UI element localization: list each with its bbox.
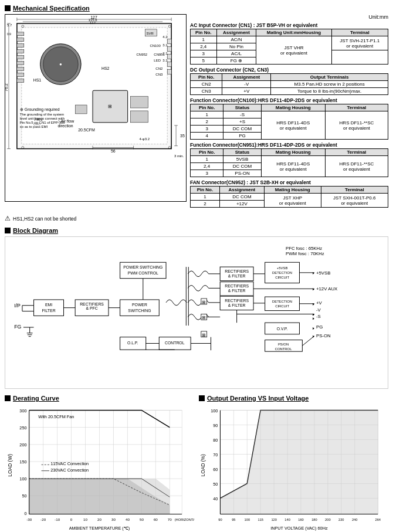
svg-text:RECTIFIERS: RECTIFIERS <box>225 269 249 273</box>
svg-text:50: 50 <box>22 493 26 499</box>
hs-note: ⚠ HS1,HS2 can not be shorted <box>5 215 388 222</box>
derating-sq <box>5 395 11 401</box>
svg-text:0: 0 <box>70 517 73 521</box>
block-diagram-container: PFC fosc : 65KHz PWM fosc : 70KHz I/P FG… <box>5 236 388 389</box>
svg-text:INPUT VOLTAGE (VAC) 60Hz: INPUT VOLTAGE (VAC) 60Hz <box>270 526 328 531</box>
col-header: Pin No. <box>191 187 220 194</box>
svg-text:SWITCHING: SWITCHING <box>128 309 151 313</box>
table-row: 1AC/NJST VHRor equivalentJST SVH-21T-P1.… <box>191 36 388 43</box>
col-header: Terminal <box>331 29 388 36</box>
svg-text:20.5CFM: 20.5CFM <box>78 128 95 132</box>
output-derating-sq <box>199 395 205 401</box>
svg-text:0: 0 <box>24 511 26 516</box>
svg-text:RECTIFIERS: RECTIFIERS <box>225 299 249 303</box>
svg-text:220: 220 <box>338 518 344 521</box>
svg-text:76.2: 76.2 <box>5 83 8 92</box>
svg-rect-37 <box>167 55 171 59</box>
svg-text:With 20.5CFM Fan: With 20.5CFM Fan <box>38 414 74 419</box>
svg-text:50: 50 <box>213 482 218 487</box>
mech-section-title: Mechanical Specification <box>13 5 90 12</box>
connector-tables: Unit:mm AC Input Connector (CN1) : JST B… <box>190 14 388 209</box>
block-section-square <box>5 228 11 233</box>
svg-text:0.9: 0.9 <box>7 33 11 36</box>
svg-text:The grounding of the system: The grounding of the system <box>20 113 64 116</box>
cn1-table: Pin No. Assignment Mating Unit:mmHousing… <box>190 29 388 65</box>
svg-text:-20: -20 <box>40 517 46 521</box>
svg-text:CN3: CN3 <box>155 73 163 76</box>
svg-text:90: 90 <box>213 423 218 428</box>
svg-rect-17 <box>17 56 24 59</box>
svg-text:PFC fosc : 65KHz: PFC fosc : 65KHz <box>286 246 322 251</box>
svg-text:⊕ Grounding required: ⊕ Grounding required <box>20 107 60 112</box>
svg-rect-38 <box>167 62 171 67</box>
svg-text:2.1: 2.1 <box>162 52 168 55</box>
svg-text:HS1: HS1 <box>33 78 42 82</box>
svg-text:CONTROL: CONTROL <box>165 341 185 345</box>
svg-rect-48 <box>131 111 148 123</box>
svg-text:100: 100 <box>19 476 26 482</box>
col-header: Assignment <box>222 74 271 81</box>
svg-text:SVR: SVR <box>146 32 154 35</box>
mech-section-square <box>5 5 11 11</box>
svg-text:Pin No.5 on CN1 of EPP-300: Pin No.5 on CN1 of EPP-300 <box>20 121 65 124</box>
svg-text:HS2: HS2 <box>101 66 110 70</box>
table-row: 1DC COMJST XHPor equivalentJST SXH-001T-… <box>191 194 388 201</box>
svg-text:150: 150 <box>19 459 26 465</box>
svg-text:CIRCUIT: CIRCUIT <box>275 304 289 308</box>
block-section: Block Diagram PFC fosc : 65KHz PWM fosc … <box>5 227 388 389</box>
svg-text:& PFC: & PFC <box>86 306 97 310</box>
col-header: Terminal <box>321 187 388 194</box>
svg-text:FILTER: FILTER <box>42 309 55 313</box>
svg-text:LOAD (W): LOAD (W) <box>8 454 13 477</box>
svg-text:90: 90 <box>218 518 222 521</box>
output-derating-box: Output Derating VS Input Voltage <box>199 395 388 532</box>
svg-text:+5VSB: +5VSB <box>316 270 331 276</box>
svg-rect-39 <box>167 69 171 74</box>
mech-section-header: Mechanical Specification <box>5 5 388 12</box>
svg-text:250: 250 <box>19 425 26 431</box>
svg-rect-13 <box>17 32 24 36</box>
table-row: CN3+VTorque to 8 lbs-in(90cNm)max. <box>191 88 388 95</box>
svg-text:+12V AUX: +12V AUX <box>316 286 338 292</box>
cn951-table: Pin No. Status Mating Housing Terminal 1… <box>190 148 388 177</box>
svg-text:115: 115 <box>258 518 263 521</box>
svg-text:direction: direction <box>57 124 73 128</box>
svg-text:FG: FG <box>14 324 21 330</box>
svg-text:LED: LED <box>154 59 161 62</box>
output-derating-header: Output Derating VS Input Voltage <box>199 395 388 402</box>
svg-text:100: 100 <box>211 408 218 414</box>
col-header: Status <box>223 149 261 156</box>
col-header: Mating Housing <box>261 149 325 156</box>
svg-text:CONTROL: CONTROL <box>275 347 292 351</box>
svg-marker-159 <box>313 336 314 338</box>
svg-text:3.1: 3.1 <box>162 43 168 47</box>
svg-text:⊞: ⊞ <box>108 104 112 109</box>
svg-text:CN952: CN952 <box>137 53 148 56</box>
svg-text:DETECTION: DETECTION <box>272 300 292 303</box>
col-header: Pin No. <box>191 149 223 156</box>
col-header: Pin No. <box>191 104 223 111</box>
svg-rect-47 <box>131 96 148 108</box>
svg-text:40: 40 <box>213 496 218 501</box>
mech-section-body: 127 115.6 117 76.2 <box>5 14 388 209</box>
table-row: 1-SHRS DF11-4DSor equivalentHRS DF11-**S… <box>191 111 388 118</box>
svg-rect-15 <box>17 44 24 48</box>
svg-text:level unit has to connect with: level unit has to connect with <box>20 117 65 120</box>
page: Mechanical Specification 127 115.6 117 <box>0 0 393 532</box>
cn1-title: AC Input Connector (CN1) : JST B5P-VH or… <box>190 22 388 28</box>
svg-text:-30: -30 <box>26 517 32 521</box>
derating-header: Derating Curve <box>5 395 194 402</box>
cn100-title: Function Connector(CN100):HRS DF11-4DP-2… <box>190 97 388 103</box>
derating-curve-box: Derating Curve <box>5 395 194 532</box>
unit-label: Unit:mm <box>190 14 388 20</box>
svg-text:O.L.P.: O.L.P. <box>127 341 138 345</box>
output-derating-title: Output Derating VS Input Voltage <box>207 395 309 402</box>
col-header: Status <box>223 104 261 111</box>
svg-text:100: 100 <box>245 518 250 521</box>
svg-text:40: 40 <box>126 517 130 521</box>
table-row: CN2-VM3.5 Pan.HD screw in 2 positions <box>191 81 388 88</box>
svg-text:& FILTER: & FILTER <box>228 289 246 293</box>
col-header: Terminal <box>325 149 388 156</box>
svg-text:60: 60 <box>154 517 158 521</box>
svg-text:230VAC Convection: 230VAC Convection <box>50 467 89 473</box>
